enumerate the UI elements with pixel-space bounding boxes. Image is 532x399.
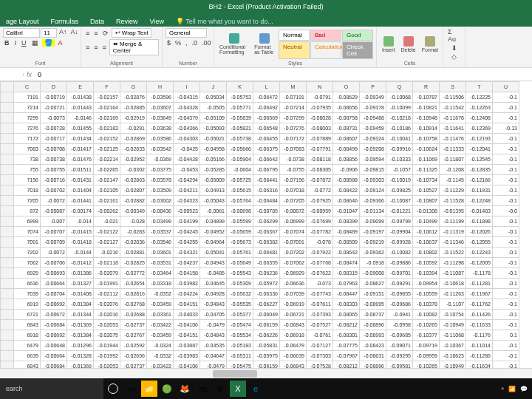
- cell[interactable]: -0.10758: [413, 134, 440, 144]
- cell[interactable]: 7276: [14, 123, 41, 134]
- cell[interactable]: -0.02869: [120, 134, 147, 144]
- cell[interactable]: -0.02169: [94, 113, 120, 123]
- cell[interactable]: -0.0216: [94, 248, 120, 258]
- taskview-icon[interactable]: ▭: [123, 381, 140, 397]
- cell[interactable]: -0.06479: [280, 341, 307, 351]
- cell[interactable]: -0.0: [493, 206, 519, 216]
- cell[interactable]: -0.11319: [440, 227, 466, 237]
- cell[interactable]: -0.10394: [413, 268, 440, 279]
- cell[interactable]: 755: [14, 165, 41, 175]
- cell[interactable]: 872: [14, 206, 41, 216]
- cell[interactable]: -0.06795: [253, 165, 280, 175]
- cortana-icon[interactable]: [108, 383, 118, 394]
- cell[interactable]: -0.02836: [120, 237, 147, 248]
- cell[interactable]: -0.11542: [440, 103, 466, 113]
- cell[interactable]: -0.08631: [360, 351, 386, 361]
- cell[interactable]: -0.08301: [333, 330, 360, 341]
- cell[interactable]: -0.08065: [333, 310, 360, 320]
- cell[interactable]: -0.00719: [41, 92, 67, 103]
- cell[interactable]: -0.10802: [413, 248, 440, 258]
- row-header[interactable]: [1, 134, 14, 144]
- row-header[interactable]: [1, 196, 14, 206]
- row-header[interactable]: [1, 330, 14, 341]
- cell[interactable]: -0.00738: [41, 154, 67, 165]
- cell[interactable]: -0.07935: [307, 103, 333, 113]
- row-header[interactable]: [1, 216, 14, 227]
- cell[interactable]: -0.03459: [147, 330, 174, 341]
- cell[interactable]: -0.0369: [147, 154, 174, 165]
- worksheet-grid[interactable]: CDEFGHIJKLMNOPQRSTU7191-0.00719-0.01438-…: [0, 81, 532, 368]
- font-name-select[interactable]: Calibri: [3, 28, 40, 38]
- cell[interactable]: -0.10592: [413, 258, 440, 268]
- autosum-icon[interactable]: Σ Au: [446, 28, 462, 43]
- cell[interactable]: -0.09291: [386, 279, 413, 289]
- cell[interactable]: 7299: [14, 113, 41, 123]
- cell[interactable]: -0.10623: [440, 351, 466, 361]
- cell[interactable]: -0.06159: [253, 320, 280, 330]
- cell[interactable]: -0.09362: [360, 248, 386, 258]
- cell[interactable]: -0.05475: [227, 361, 253, 369]
- cell[interactable]: -0.00672: [41, 310, 67, 320]
- name-box[interactable]: [0, 73, 24, 76]
- row-header[interactable]: [1, 279, 14, 289]
- cell[interactable]: -0.01434: [67, 134, 94, 144]
- cell[interactable]: -0.02016: [94, 310, 120, 320]
- fx-icon[interactable]: fx: [24, 71, 35, 78]
- cell[interactable]: -0.09928: [386, 237, 413, 248]
- cell[interactable]: -0.03887: [174, 341, 200, 351]
- cell[interactable]: -0.07083: [280, 144, 307, 154]
- cell[interactable]: -0.08656: [333, 103, 360, 113]
- cell[interactable]: -0.1: [493, 144, 519, 154]
- cell[interactable]: -0.11633: [466, 320, 493, 330]
- cell[interactable]: -0.01395: [440, 206, 466, 216]
- cell[interactable]: -0.05632: [227, 289, 253, 299]
- cell[interactable]: -0.08995: [360, 299, 386, 310]
- cell[interactable]: -0.1: [493, 92, 519, 103]
- cell[interactable]: -0.05043: [200, 196, 227, 206]
- cell[interactable]: -0.07967: [333, 351, 360, 361]
- cell[interactable]: -0.04158: [174, 268, 200, 279]
- cell[interactable]: -0.09124: [360, 185, 386, 196]
- cell[interactable]: -0.00755: [41, 165, 67, 175]
- style-good[interactable]: Good: [342, 30, 373, 41]
- cell[interactable]: -0.09959: [413, 351, 440, 361]
- row-header[interactable]: [1, 351, 14, 361]
- cell[interactable]: -0.1: [493, 113, 519, 123]
- cell[interactable]: -0.1: [493, 196, 519, 206]
- cell[interactable]: -0.1: [493, 310, 519, 320]
- cell[interactable]: -0.04952: [200, 227, 227, 237]
- cell[interactable]: -0.05474: [227, 320, 253, 330]
- cell[interactable]: -0.06929: [280, 268, 307, 279]
- col-header[interactable]: H: [147, 82, 174, 92]
- cell[interactable]: -0.06721: [280, 310, 307, 320]
- cell[interactable]: -0.01386: [67, 268, 94, 279]
- cell[interactable]: -0.00693: [41, 268, 67, 279]
- cell[interactable]: -0.03318: [147, 279, 174, 289]
- cell[interactable]: 6639: [14, 351, 41, 361]
- cell[interactable]: -0.0772: [307, 185, 333, 196]
- cell[interactable]: -0.11281: [466, 279, 493, 289]
- cell[interactable]: -0.0352: [147, 289, 174, 299]
- cell[interactable]: -0.09071: [386, 341, 413, 351]
- cell[interactable]: -0.06484: [253, 196, 280, 206]
- cell[interactable]: -0.09904: [386, 227, 413, 237]
- cell[interactable]: -0.04535: [200, 341, 227, 351]
- cell[interactable]: -0.08399: [333, 216, 360, 227]
- cell[interactable]: -0.1: [493, 299, 519, 310]
- scrollbar-thumb[interactable]: [213, 370, 257, 378]
- style-calculation[interactable]: Calculation: [310, 41, 341, 59]
- cell[interactable]: -0.01344: [67, 310, 94, 320]
- cell[interactable]: -0.07303: [307, 351, 333, 361]
- cell[interactable]: -0.1: [493, 216, 519, 227]
- cell[interactable]: 7191: [14, 92, 41, 103]
- cell[interactable]: -0.05615: [227, 185, 253, 196]
- cell[interactable]: -0.02053: [94, 320, 120, 330]
- cell[interactable]: -0.1: [493, 134, 519, 144]
- cell[interactable]: -0.10082: [386, 248, 413, 258]
- cell[interactable]: -0.05831: [253, 341, 280, 351]
- cell[interactable]: -0.0941: [386, 310, 413, 320]
- cell[interactable]: -0.09886: [386, 258, 413, 268]
- cell[interactable]: -0.00708: [41, 144, 67, 154]
- cell[interactable]: -0.0072: [41, 248, 67, 258]
- align-center-icon[interactable]: ≡: [92, 44, 99, 51]
